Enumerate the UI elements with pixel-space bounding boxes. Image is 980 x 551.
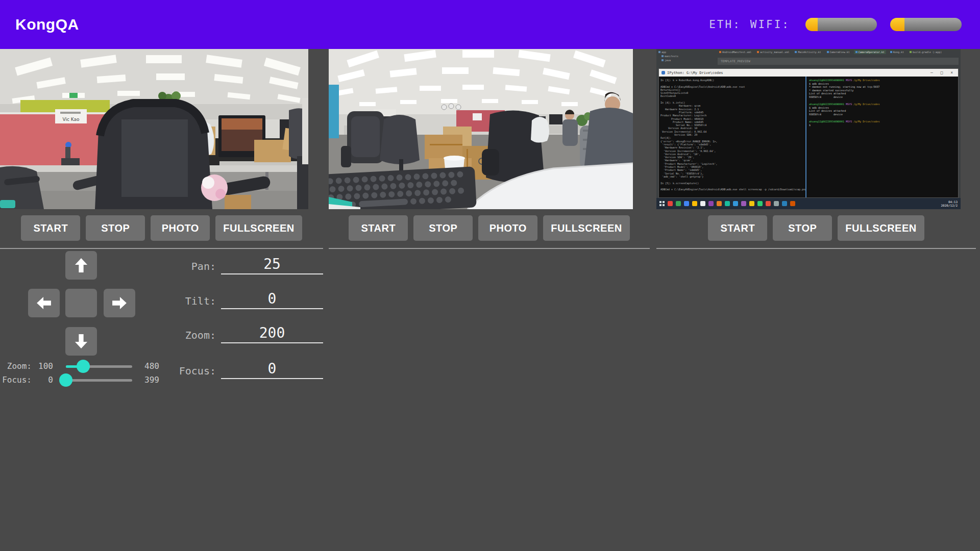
app-icon [725, 201, 730, 206]
stop-button[interactable]: STOP [773, 215, 832, 241]
panel-divider [329, 248, 650, 249]
app-icon [741, 201, 746, 206]
focus-slider-track[interactable] [66, 379, 132, 382]
tilt-field-label: Tilt: [163, 295, 216, 307]
app-icon [774, 201, 779, 206]
wifi-signal-fill [890, 18, 904, 31]
eth-signal-bar [805, 18, 877, 31]
wall-clocks [442, 104, 461, 110]
camera-3-feed: app manifests java AndroidManifest.xml a… [656, 49, 961, 209]
eth-label: ETH: [709, 18, 741, 31]
focus-field[interactable]: 0 [221, 361, 323, 379]
terminal-window-title: IPython: G:\My Drive\codes [667, 71, 723, 75]
camera-1-panel: Vic Kao [0, 49, 323, 551]
file-icon [890, 51, 892, 53]
eth-signal-fill [805, 18, 818, 31]
app-title: KongQA [15, 16, 79, 33]
desktop-screenshot-scene: app manifests java AndroidManifest.xml a… [656, 49, 961, 209]
folder-icon [662, 55, 664, 57]
office-chair-scene: Vic Kao [0, 49, 308, 209]
camera-2-panel: START STOP PHOTO FULLSCREEN [329, 49, 650, 551]
camera-3-buttons: START STOP FULLSCREEN [656, 215, 976, 241]
photo-button[interactable]: PHOTO [151, 215, 210, 241]
file-icon [795, 51, 797, 53]
app-icon [790, 201, 795, 206]
focus-slider-thumb[interactable] [59, 373, 72, 387]
folder-icon [662, 59, 664, 61]
file-icon [827, 51, 829, 53]
tilt-up-button[interactable] [65, 251, 97, 280]
panel-divider [0, 248, 323, 249]
zoom-slider-thumb[interactable] [77, 360, 90, 373]
zoom-slider-track[interactable] [66, 365, 132, 368]
terminal-window: IPython: G:\My Drive\codes – □ × In [3]:… [658, 68, 959, 198]
camera-1-feed: Vic Kao [0, 49, 308, 209]
app-icon [684, 201, 689, 206]
wifi-signal-bar [890, 18, 962, 31]
start-button[interactable]: START [349, 215, 408, 241]
fullscreen-button[interactable]: FULLSCREEN [215, 215, 302, 241]
fullscreen-button[interactable]: FULLSCREEN [838, 215, 924, 241]
app-icon [668, 201, 673, 206]
nameplate: Vic Kao [55, 109, 87, 123]
network-status: ETH: WIFI: [709, 18, 962, 31]
stop-button[interactable]: STOP [413, 215, 473, 241]
arrow-up-icon [75, 258, 88, 273]
ide-search-bar: TEMPLATE_PREVIEW [718, 58, 959, 65]
start-button[interactable]: START [21, 215, 80, 241]
pan-field[interactable]: 25 [221, 256, 323, 274]
app-icon [782, 201, 787, 206]
photo-button[interactable]: PHOTO [478, 215, 537, 241]
app-icon [676, 201, 681, 206]
arrow-right-icon [112, 296, 127, 310]
wifi-label: WIFI: [750, 18, 790, 31]
app-header: KongQA ETH: WIFI: [0, 0, 980, 49]
app-icon [749, 201, 754, 206]
app-icon [733, 201, 738, 206]
zoom-slider-label: Zoom: [0, 361, 32, 371]
ide-window: app manifests java AndroidManifest.xml a… [656, 49, 961, 68]
app-icon [700, 201, 705, 206]
taskbar-clock: 04:13 2020/12/2 [941, 200, 958, 207]
start-button[interactable]: START [708, 215, 767, 241]
window-controls-icons: – □ × [930, 70, 955, 75]
panel-divider [656, 248, 976, 249]
zoom-field[interactable]: 200 [221, 325, 323, 343]
tilt-down-button[interactable] [65, 327, 97, 356]
camera-1-buttons: START STOP PHOTO FULLSCREEN [0, 215, 323, 241]
windows-start-icon [659, 201, 665, 206]
file-icon [757, 51, 759, 53]
pan-left-button[interactable] [28, 289, 60, 317]
app-icon [717, 201, 722, 206]
zoom-field-label: Zoom: [163, 329, 216, 341]
folder-icon [658, 51, 660, 53]
python-icon [662, 71, 665, 74]
tilt-field[interactable]: 0 [221, 291, 323, 309]
dpad-center-button[interactable] [65, 289, 97, 317]
app-icon [766, 201, 771, 206]
ide-editor-tabs: AndroidManifest.xml activity_manual.xml … [718, 50, 959, 54]
focus-slider-label: Focus: [0, 375, 32, 385]
zoom-slider-min: 100 [34, 361, 53, 371]
app-icon [757, 201, 763, 206]
arrow-left-icon [36, 296, 52, 310]
app-icon [708, 201, 714, 206]
svg-text:Vic Kao: Vic Kao [62, 117, 80, 122]
main-content: Vic Kao [0, 49, 980, 551]
arrow-down-icon [75, 334, 88, 349]
focus-field-label: Focus: [163, 365, 216, 377]
app-icon [692, 201, 697, 206]
ipython-console-text: In [3]: k = RobotRun.kong.KongADB() ADBC… [659, 77, 806, 197]
pan-right-button[interactable] [104, 289, 135, 317]
terminal-body: In [3]: k = RobotRun.kong.KongADB() ADBC… [659, 77, 958, 197]
ide-project-tree: app manifests java [658, 50, 716, 62]
focus-slider-min: 0 [34, 375, 53, 385]
file-icon [855, 51, 857, 53]
office-panorama-scene [329, 49, 633, 209]
msys-console: ahuang11@662289346N8001 MSYS /g/My Drive… [806, 77, 958, 197]
file-icon [719, 51, 721, 53]
fullscreen-button[interactable]: FULLSCREEN [543, 215, 629, 241]
stop-button[interactable]: STOP [86, 215, 145, 241]
camera-3-panel: app manifests java AndroidManifest.xml a… [656, 49, 976, 551]
file-icon [910, 51, 912, 53]
